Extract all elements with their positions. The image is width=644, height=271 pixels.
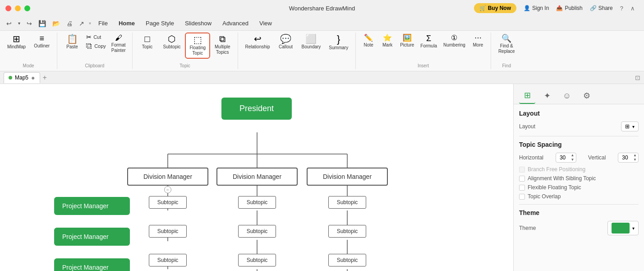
callout-icon: 💬: [280, 34, 291, 43]
mark-button[interactable]: ⭐ Mark: [378, 33, 396, 50]
menu-view[interactable]: View: [255, 19, 276, 28]
format-painter-button[interactable]: 🖌 FormatPainter: [109, 33, 129, 55]
horizontal-up-arrow[interactable]: ▲: [570, 153, 576, 158]
ribbon-group-insert: ✏️ Note ⭐ Mark 🖼️ Picture Σ Formula ① Nu…: [356, 33, 491, 69]
numbering-icon: ①: [451, 34, 457, 42]
panel-tab-layout[interactable]: ⊞: [519, 88, 535, 104]
horizontal-label: Horizontal: [519, 154, 543, 161]
minimize-button[interactable]: [15, 5, 21, 11]
alignment-label: Alignment With Sibling Topic: [528, 175, 596, 182]
collapse-button-1[interactable]: −: [164, 186, 171, 193]
floating-topic-button[interactable]: ⬚ FloatingTopic: [185, 33, 210, 59]
callout-button[interactable]: 💬 Callout: [275, 33, 297, 51]
print-button[interactable]: 🖨: [64, 19, 75, 28]
division-node-2[interactable]: Division Manager: [216, 168, 298, 186]
menu-home[interactable]: Home: [114, 19, 139, 28]
share-button[interactable]: 🔗 Share: [590, 5, 613, 11]
paste-button[interactable]: 📋 Paste: [61, 33, 83, 51]
panel-tab-settings[interactable]: ⚙: [579, 88, 595, 104]
mark-icon: ⭐: [383, 34, 392, 42]
menu-slideshow[interactable]: Slideshow: [180, 19, 216, 28]
sign-in-button[interactable]: 👤 Sign In: [524, 5, 549, 11]
right-panel: ⊞ ✦ ☺ ⚙ Layout Layout ⊞ ▾ Topic: [513, 84, 644, 271]
subtopic-3-3[interactable]: Subtopic: [328, 254, 366, 266]
horizontal-value: 30: [556, 153, 570, 162]
multiple-topics-button[interactable]: ⧉ MultipleTopics: [211, 33, 234, 57]
expand-button[interactable]: ∧: [630, 5, 635, 12]
menu-advanced[interactable]: Advanced: [218, 19, 253, 28]
layout-select[interactable]: ⊞ ▾: [621, 121, 639, 131]
subtopic-1-3[interactable]: Subtopic: [149, 254, 187, 266]
topic-group-label: Topic: [179, 62, 190, 69]
user-icon: 👤: [524, 5, 530, 11]
division-node-3[interactable]: Division Manager: [307, 168, 388, 186]
project-node-2[interactable]: Project Manager: [54, 228, 130, 246]
panel-toggle-button[interactable]: ⊡: [635, 74, 640, 81]
redo-button[interactable]: ↪: [24, 19, 35, 28]
title-right-actions: 🛒 Buy Now 👤 Sign In 📤 Publish 🔗 Share ? …: [474, 3, 635, 13]
topic-button[interactable]: □ Topic: [136, 33, 159, 51]
vertical-down-arrow[interactable]: ▼: [632, 158, 638, 162]
summary-button[interactable]: } Summary: [325, 33, 352, 52]
more-button[interactable]: ⋯ More: [469, 33, 487, 50]
tab-map5[interactable]: Map5 ●: [4, 72, 40, 83]
alignment-checkbox[interactable]: [519, 176, 525, 182]
subtopic-3-1[interactable]: Subtopic: [328, 196, 366, 209]
subtopic-2-3[interactable]: Subtopic: [238, 254, 276, 266]
outliner-icon: ≡: [39, 34, 44, 42]
save-button[interactable]: 💾: [36, 19, 49, 28]
export-button[interactable]: ↗: [76, 19, 87, 28]
open-button[interactable]: 📂: [50, 19, 63, 28]
overlap-checkbox[interactable]: [519, 194, 525, 200]
theme-section-title: Theme: [519, 209, 639, 216]
vertical-value-input[interactable]: 30 ▲ ▼: [618, 153, 639, 163]
division-node-1[interactable]: Division Manager: [127, 168, 208, 186]
relationship-button[interactable]: ↩ Relationship: [242, 33, 274, 51]
undo-dropdown[interactable]: ▾: [15, 20, 23, 27]
project-node-3[interactable]: Project Manager: [54, 258, 130, 271]
formula-button[interactable]: Σ Formula: [418, 33, 440, 51]
share-icon: 🔗: [590, 5, 597, 11]
vertical-up-arrow[interactable]: ▲: [632, 153, 638, 158]
buy-now-button[interactable]: 🛒 Buy Now: [474, 3, 516, 13]
branch-free-checkbox[interactable]: [519, 167, 525, 173]
subtopic-1-1[interactable]: Subtopic: [149, 196, 187, 209]
add-tab-button[interactable]: +: [41, 74, 49, 82]
panel-tab-emoji[interactable]: ☺: [559, 88, 575, 104]
alignment-row: Alignment With Sibling Topic: [519, 175, 639, 182]
picture-button[interactable]: 🖼️ Picture: [397, 33, 417, 50]
cut-button[interactable]: ✂ Cut: [84, 33, 108, 42]
mindmap-button[interactable]: ⊞ MindMap: [4, 33, 29, 51]
ribbon-group-mode: ⊞ MindMap ≡ Outliner Mode: [0, 33, 57, 69]
subtopic-button[interactable]: ⬡ Subtopic: [160, 33, 184, 51]
formula-icon: Σ: [426, 34, 431, 42]
subtopic-2-1[interactable]: Subtopic: [238, 196, 276, 209]
undo-button[interactable]: ↩: [4, 19, 14, 28]
note-button[interactable]: ✏️ Note: [359, 33, 377, 50]
numbering-button[interactable]: ① Numbering: [441, 33, 468, 50]
theme-section: Theme Theme ▾: [519, 209, 639, 235]
horizontal-down-arrow[interactable]: ▼: [570, 158, 576, 162]
menu-file[interactable]: File: [94, 19, 112, 28]
theme-select[interactable]: ▾: [607, 221, 639, 235]
president-node[interactable]: President: [221, 98, 292, 120]
multiple-topics-icon: ⧉: [219, 34, 225, 43]
subtopic-2-2[interactable]: Subtopic: [238, 225, 276, 238]
subtopic-1-2[interactable]: Subtopic: [149, 225, 187, 238]
panel-tab-style[interactable]: ✦: [539, 88, 555, 104]
menu-page-style[interactable]: Page Style: [141, 19, 179, 28]
horizontal-value-input[interactable]: 30 ▲ ▼: [556, 153, 576, 163]
close-button[interactable]: [5, 5, 11, 11]
copy-button[interactable]: ⿻ Copy: [84, 42, 108, 51]
outliner-button[interactable]: ≡ Outliner: [30, 33, 53, 51]
project-node-1[interactable]: Project Manager: [54, 197, 130, 215]
ribbon-group-find: 🔍 Find &Replace Find: [491, 33, 522, 69]
find-replace-button[interactable]: 🔍 Find &Replace: [495, 33, 519, 56]
subtopic-3-2[interactable]: Subtopic: [328, 225, 366, 238]
flexible-checkbox[interactable]: [519, 185, 525, 191]
boundary-button[interactable]: ⬜ Boundary: [298, 33, 325, 51]
maximize-button[interactable]: [24, 5, 30, 11]
canvas[interactable]: President Division Manager Division Mana…: [0, 84, 513, 271]
publish-button[interactable]: 📤 Publish: [556, 5, 582, 11]
help-button[interactable]: ?: [620, 5, 623, 12]
